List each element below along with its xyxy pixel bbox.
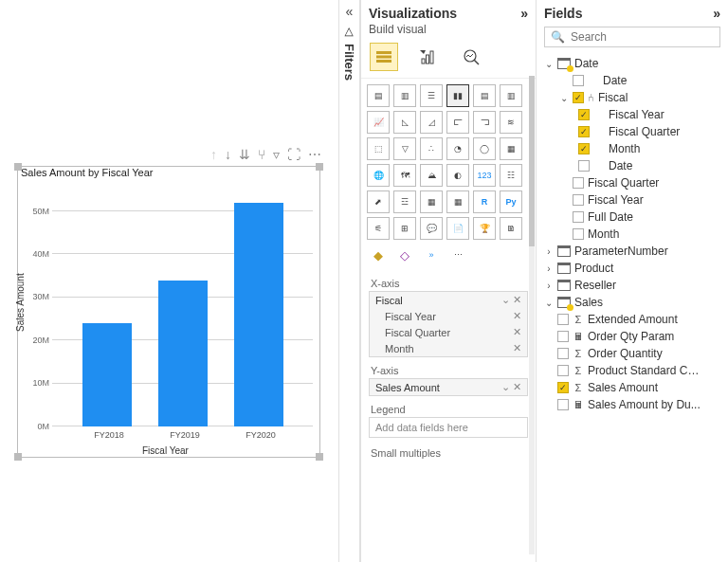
drill-up-icon[interactable]: ↑ — [210, 147, 217, 162]
field-checkbox[interactable]: ✓ — [573, 92, 584, 103]
fields-search[interactable]: 🔍 — [544, 27, 720, 47]
scrollbar-thumb[interactable] — [529, 76, 535, 246]
table-product[interactable]: ›Product — [540, 260, 728, 277]
field-product-standard-cost[interactable]: ΣProduct Standard Cost — [540, 362, 728, 379]
pane-scrollbar[interactable] — [529, 76, 535, 554]
viz-type-r[interactable]: R — [473, 190, 496, 213]
viz-type-multi-card[interactable]: ☷ — [500, 164, 522, 187]
viz-type-decomposition[interactable]: ⊞ — [393, 217, 416, 240]
remove-field-icon[interactable]: ✕ — [513, 310, 521, 322]
viz-type-clustered-bar[interactable]: ☰ — [420, 84, 443, 107]
viz-type-waterfall[interactable]: ⬚ — [367, 137, 390, 160]
viz-type-get-more[interactable]: » — [420, 244, 443, 266]
table-sales[interactable]: ⌄Sales — [540, 294, 728, 311]
viz-type-key-influencers[interactable]: ⚟ — [367, 217, 390, 240]
viz-type-paginated[interactable]: 🗎 — [500, 217, 522, 240]
viz-type-slicer[interactable]: ☲ — [393, 190, 416, 213]
field-checkbox[interactable] — [557, 348, 569, 359]
viz-type-ribbon[interactable]: ≋ — [500, 111, 522, 134]
field-fiscal-year[interactable]: Fiscal Year — [540, 191, 728, 208]
table-reseller[interactable]: ›Reseller — [540, 277, 728, 294]
field-month[interactable]: ✓Month — [540, 140, 728, 157]
viz-type-clustered-column[interactable]: ▮▮ — [446, 84, 469, 107]
viz-type-python[interactable]: Py — [500, 190, 522, 213]
field-checkbox[interactable] — [573, 228, 584, 240]
resize-handle[interactable] — [316, 163, 323, 171]
field-extended-amount[interactable]: ΣExtended Amount — [540, 311, 728, 328]
field-order-quantity[interactable]: ΣOrder Quantity — [540, 345, 728, 362]
remove-field-icon[interactable]: ✕ — [513, 294, 521, 305]
expand-filters-icon[interactable]: « — [346, 4, 354, 19]
xaxis-field-well[interactable]: Fiscal⌄ ✕ Fiscal Year✕ Fiscal Quarter✕ M… — [369, 291, 528, 357]
hierarchy-fiscal[interactable]: ⌄✓⑃Fiscal — [540, 89, 728, 106]
viz-type-filled-map[interactable]: 🗺 — [393, 164, 416, 187]
viz-type-funnel[interactable]: ▽ — [393, 137, 416, 160]
field-date[interactable]: Date — [540, 72, 728, 89]
resize-handle[interactable] — [14, 453, 22, 461]
viz-type-qa[interactable]: 💬 — [420, 217, 443, 240]
field-checkbox[interactable]: ✓ — [578, 109, 590, 120]
table-parameternumber[interactable]: ›ParameterNumber — [540, 243, 728, 260]
viz-type-area[interactable]: ◺ — [393, 111, 416, 134]
viz-type-powerapps[interactable]: ◇ — [393, 244, 416, 266]
field-fiscal-quarter[interactable]: ✓Fiscal Quarter — [540, 123, 728, 140]
viz-type-column[interactable]: ▥ — [393, 84, 416, 107]
collapse-pane-icon[interactable]: » — [713, 6, 720, 21]
viz-type-matrix[interactable]: ▦ — [446, 190, 469, 213]
resize-handle[interactable] — [316, 453, 323, 461]
viz-type-kpi[interactable]: ⬈ — [367, 190, 390, 213]
tab-build-visual[interactable] — [371, 44, 397, 70]
chart-bar[interactable] — [82, 323, 132, 426]
viz-type-stacked-bar[interactable]: ▤ — [367, 84, 390, 107]
legend-field-well[interactable]: Add data fields here — [369, 417, 528, 438]
viz-type-line-column[interactable]: ⫍ — [446, 111, 469, 134]
field-checkbox[interactable] — [573, 194, 584, 206]
remove-field-icon[interactable]: ✕ — [513, 381, 521, 392]
drill-down-icon[interactable]: ↓ — [225, 147, 231, 162]
viz-type-table[interactable]: ▦ — [420, 190, 443, 213]
viz-type-line-clustered[interactable]: ⫎ — [473, 111, 496, 134]
collapse-pane-icon[interactable]: » — [520, 6, 528, 21]
field-checkbox[interactable]: ✓ — [557, 382, 569, 393]
viz-type-line[interactable]: 📈 — [367, 111, 390, 134]
tab-analytics[interactable] — [458, 44, 484, 70]
focus-mode-icon[interactable]: ⛶ — [287, 147, 300, 162]
filter-icon[interactable]: ▿ — [273, 147, 280, 162]
search-input[interactable] — [571, 30, 714, 44]
chart-bar[interactable] — [158, 281, 208, 427]
field-fiscal-year[interactable]: ✓Fiscal Year — [540, 106, 728, 123]
viz-type-pie[interactable]: ◔ — [446, 137, 469, 160]
table-date[interactable]: ⌄Date — [540, 55, 728, 72]
field-checkbox[interactable] — [557, 365, 569, 376]
tab-format-visual[interactable] — [414, 44, 441, 70]
viz-type-azure-map[interactable]: ⛰ — [420, 164, 443, 187]
field-checkbox[interactable] — [578, 160, 590, 172]
viz-type-100-column[interactable]: ▥ — [500, 84, 522, 107]
yaxis-field-well[interactable]: Sales Amount⌄ ✕ — [369, 378, 528, 396]
expand-icon[interactable]: ⌄ — [501, 294, 510, 305]
viz-type-more[interactable]: ⋯ — [446, 244, 469, 266]
viz-type-scatter[interactable]: ∴ — [420, 137, 443, 160]
field-checkbox[interactable] — [573, 211, 584, 223]
field-checkbox[interactable]: ✓ — [578, 126, 590, 137]
field-month[interactable]: Month — [540, 226, 728, 243]
viz-type-donut[interactable]: ◯ — [473, 137, 496, 160]
chart-bar[interactable] — [234, 203, 283, 426]
report-canvas[interactable]: ↑ ↓ ⇊ ⑂ ▿ ⛶ ⋯ Sales Amount by Fiscal Yea… — [0, 0, 360, 562]
field-order-qty-param[interactable]: 🖩Order Qty Param — [540, 328, 728, 345]
viz-type-card[interactable]: 123 — [473, 164, 496, 187]
expand-icon[interactable]: ⌄ — [501, 381, 510, 392]
viz-type-map[interactable]: 🌐 — [367, 164, 390, 187]
viz-type-narrative[interactable]: 📄 — [446, 217, 469, 240]
field-sales-amount-by-due[interactable]: 🖩Sales Amount by Du... — [540, 396, 728, 413]
filters-collapsed-rail[interactable]: « ◁ Filters — [338, 0, 359, 562]
more-options-icon[interactable]: ⋯ — [308, 147, 321, 162]
field-date[interactable]: Date — [540, 157, 728, 174]
field-full-date[interactable]: Full Date — [540, 208, 728, 226]
remove-field-icon[interactable]: ✕ — [513, 326, 521, 338]
field-checkbox[interactable] — [557, 331, 569, 342]
remove-field-icon[interactable]: ✕ — [513, 342, 521, 354]
viz-type-goals[interactable]: 🏆 — [473, 217, 496, 240]
viz-type-gauge[interactable]: ◐ — [446, 164, 469, 187]
field-checkbox[interactable] — [557, 399, 569, 410]
